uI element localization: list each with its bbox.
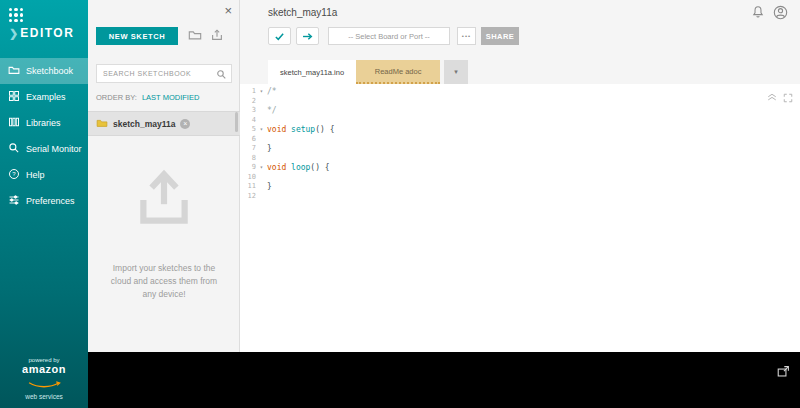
code-text: }	[267, 182, 272, 192]
tab-readme-adoc[interactable]: ReadMe adoc	[356, 60, 440, 84]
notifications-bell-icon[interactable]	[751, 5, 765, 24]
fold-spacer	[256, 106, 267, 116]
sidebar-menu: Sketchbook Examples Libraries Serial Mon…	[0, 58, 88, 214]
header-icons	[751, 5, 788, 24]
aws-logo: powered by amazon web services	[0, 357, 88, 400]
upload-button[interactable]	[296, 27, 319, 45]
upload-sketch-icon[interactable]	[210, 28, 224, 46]
amazon-smile-icon	[25, 381, 63, 388]
tab-sketch-ino[interactable]: sketch_may11a.ino	[268, 60, 356, 84]
sidebar-item-sketchbook[interactable]: Sketchbook	[0, 58, 88, 84]
line-number: 1	[240, 87, 256, 97]
code-lines: 1▾/*23*/45▾void setup() {67}89▾void loop…	[240, 84, 800, 201]
editor-tabbar: sketch_may11a.ino ReadMe adoc ▾	[268, 60, 468, 84]
sketchbook-panel: × NEW SKETCH ORDER BY: LAST MODIFIED ske…	[88, 0, 240, 352]
fold-toggle-icon[interactable]: ▾	[256, 163, 267, 173]
code-line: 2	[240, 97, 800, 107]
code-line: 11}	[240, 182, 800, 192]
editor-corner-actions	[767, 88, 793, 107]
order-by-value[interactable]: LAST MODIFIED	[142, 93, 199, 102]
sidebar-item-libraries[interactable]: Libraries	[0, 110, 88, 136]
fold-spacer	[256, 144, 267, 154]
import-illustration-icon	[131, 165, 197, 235]
sidebar-item-label: Examples	[26, 92, 66, 102]
fold-spacer	[256, 135, 267, 145]
code-line: 3*/	[240, 106, 800, 116]
books-icon	[8, 116, 20, 130]
sidebar-item-label: Serial Monitor	[26, 144, 82, 154]
sidebar-item-help[interactable]: ? Help	[0, 162, 88, 188]
question-icon: ?	[8, 168, 20, 182]
line-number: 9	[240, 163, 256, 173]
main-area: sketch_may11a -- Select Board or Port --…	[240, 0, 800, 352]
app-logo: ❯ EDITOR	[9, 26, 74, 40]
logo-text: EDITOR	[20, 26, 74, 40]
sketch-title: sketch_may11a	[268, 7, 337, 18]
search-sketchbook-input[interactable]	[96, 64, 232, 83]
sidebar-item-label: Preferences	[26, 196, 75, 206]
code-text: void loop() {	[267, 163, 330, 173]
code-line: 4	[240, 116, 800, 126]
panel-actions	[188, 28, 224, 46]
aws-sub-label: web services	[0, 393, 88, 400]
sidebar-item-label: Help	[26, 170, 45, 180]
fold-spacer	[256, 173, 267, 183]
line-number: 8	[240, 154, 256, 164]
fold-spacer	[256, 116, 267, 126]
fullscreen-icon[interactable]	[783, 88, 793, 107]
amazon-brand: amazon	[0, 364, 88, 374]
sketch-remove-badge[interactable]: ×	[180, 119, 190, 129]
fold-toggle-icon[interactable]: ▾	[256, 125, 267, 135]
line-number: 10	[240, 173, 256, 183]
arduino-web-editor: ❯ EDITOR Sketchbook Examples Librarie	[0, 0, 800, 408]
code-line: 5▾void setup() {	[240, 125, 800, 135]
board-port-select[interactable]: -- Select Board or Port --	[328, 27, 450, 45]
line-number: 2	[240, 97, 256, 107]
fold-spacer	[256, 97, 267, 107]
order-by-label: ORDER BY:	[96, 93, 137, 102]
search-box	[96, 62, 232, 81]
console-panel	[88, 352, 800, 408]
sketch-folder-icon	[96, 115, 108, 133]
panel-scrollbar[interactable]	[235, 112, 238, 132]
apps-grid-icon[interactable]	[9, 8, 23, 22]
share-button[interactable]: SHARE	[481, 27, 519, 45]
svg-text:?: ?	[12, 171, 16, 177]
verify-button[interactable]	[268, 27, 291, 45]
import-folder-icon[interactable]	[188, 28, 202, 46]
sidebar-item-label: Libraries	[26, 118, 61, 128]
import-message: Import your sketches to the cloud and ac…	[104, 262, 224, 302]
search-icon	[216, 66, 227, 84]
tab-dropdown-icon[interactable]: ▾	[444, 60, 468, 84]
line-number: 7	[240, 144, 256, 154]
close-panel-icon[interactable]: ×	[224, 4, 232, 17]
code-editor[interactable]: 1▾/*23*/45▾void setup() {67}89▾void loop…	[240, 84, 800, 352]
toolbar: -- Select Board or Port -- ••• SHARE	[268, 27, 519, 45]
logo-chevron-icon: ❯	[9, 27, 18, 40]
fold-toggle-icon[interactable]: ▾	[256, 87, 267, 97]
sidebar-item-serial-monitor[interactable]: Serial Monitor	[0, 136, 88, 162]
code-line: 9▾void loop() {	[240, 163, 800, 173]
user-account-icon[interactable]	[773, 5, 788, 24]
code-text: void setup() {	[267, 125, 334, 135]
sketch-list-item[interactable]: sketch_may11a ×	[88, 111, 240, 136]
new-sketch-button[interactable]: NEW SKETCH	[96, 27, 178, 45]
console-expand-icon[interactable]	[777, 364, 790, 382]
keyboard-shortcuts-icon[interactable]	[767, 88, 777, 107]
code-line: 10	[240, 173, 800, 183]
folder-icon	[8, 64, 20, 78]
magnifier-icon	[8, 142, 20, 156]
order-by-row: ORDER BY: LAST MODIFIED	[96, 93, 199, 102]
sidebar: ❯ EDITOR Sketchbook Examples Librarie	[0, 0, 88, 408]
sidebar-item-preferences[interactable]: Preferences	[0, 188, 88, 214]
code-line: 7}	[240, 144, 800, 154]
more-options-button[interactable]: •••	[457, 27, 476, 45]
line-number: 12	[240, 192, 256, 202]
line-number: 11	[240, 182, 256, 192]
grid-icon	[8, 90, 20, 104]
sidebar-item-examples[interactable]: Examples	[0, 84, 88, 110]
sketch-name: sketch_may11a	[113, 119, 175, 129]
code-line: 12	[240, 192, 800, 202]
line-number: 5	[240, 125, 256, 135]
line-number: 3	[240, 106, 256, 116]
